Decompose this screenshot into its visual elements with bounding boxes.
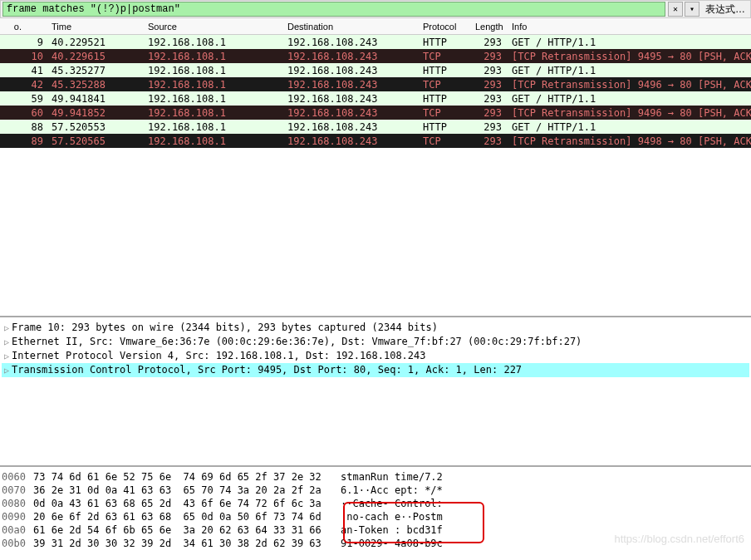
cell-info: [TCP Retransmission] 9495 → 80 [PSH, ACK: [508, 49, 751, 64]
detail-text: Ethernet II, Src: Vmware_6e:36:7e (00:0c…: [12, 335, 582, 349]
col-header-protocol[interactable]: Protocol: [420, 20, 472, 33]
cell-length: 293: [472, 106, 508, 120]
cell-info: GET / HTTP/1.1: [508, 35, 751, 50]
filter-input[interactable]: [2, 2, 665, 17]
cell-destination: 192.168.108.243: [284, 91, 420, 106]
expand-icon[interactable]: ▷: [2, 349, 12, 363]
cell-length: 293: [472, 120, 508, 135]
detail-text: Frame 10: 293 bytes on wire (2344 bits),…: [12, 321, 438, 335]
packet-row[interactable]: 8957.520565192.168.108.1192.168.108.243T…: [0, 134, 751, 148]
cell-length: 293: [472, 35, 508, 50]
cell-time: 57.520565: [48, 134, 145, 149]
cell-length: 293: [472, 77, 508, 92]
cell-source: 192.168.108.1: [145, 63, 284, 78]
packet-row[interactable]: 940.229521192.168.108.1192.168.108.243HT…: [0, 35, 751, 49]
clear-filter-button[interactable]: ✕: [668, 2, 683, 17]
byte-offset: 0070: [2, 484, 33, 497]
cell-no: 59: [25, 91, 48, 106]
cell-source: 192.168.108.1: [145, 49, 284, 64]
byte-offset: 0090: [2, 510, 33, 523]
byte-offset: 00a0: [2, 523, 33, 537]
cell-no: 88: [25, 120, 48, 135]
byte-row[interactable]: 007036 2e 31 0d 0a 41 63 63 65 70 74 3a …: [2, 484, 749, 497]
expand-icon[interactable]: ▷: [2, 321, 12, 335]
cell-destination: 192.168.108.243: [284, 120, 420, 135]
detail-line[interactable]: ▷Ethernet II, Src: Vmware_6e:36:7e (00:0…: [2, 335, 749, 349]
byte-offset: 00b0: [2, 537, 33, 550]
cell-source: 192.168.108.1: [145, 35, 284, 50]
byte-hex: 61 6e 2d 54 6f 6b 65 6e 3a 20 62 63 64 3…: [33, 523, 332, 537]
packet-row[interactable]: 4245.325288192.168.108.1192.168.108.243T…: [0, 77, 751, 91]
byte-row[interactable]: 009020 6e 6f 2d 63 61 63 68 65 0d 0a 50 …: [2, 510, 749, 523]
packet-details-pane: ▷Frame 10: 293 bytes on wire (2344 bits)…: [0, 317, 751, 467]
cell-no: 9: [25, 35, 48, 50]
expression-label[interactable]: 表达式…: [700, 2, 750, 17]
cell-length: 293: [472, 91, 508, 106]
cell-no: 10: [25, 49, 48, 64]
cell-protocol: TCP: [420, 49, 472, 64]
col-header-info[interactable]: Info: [508, 20, 751, 33]
byte-hex: 39 31 2d 30 30 32 39 2d 34 61 30 38 2d 6…: [33, 537, 332, 550]
packet-row[interactable]: 8857.520553192.168.108.1192.168.108.243H…: [0, 120, 751, 134]
detail-text: Transmission Control Protocol, Src Port:…: [12, 363, 522, 377]
byte-ascii: 91-0029- 4a08-b9c: [332, 537, 443, 550]
byte-ascii: 6.1··Acc ept: */*: [332, 484, 443, 497]
detail-line[interactable]: ▷Frame 10: 293 bytes on wire (2344 bits)…: [2, 321, 749, 335]
col-header-no[interactable]: o.: [0, 20, 25, 33]
col-header-time[interactable]: Time: [48, 20, 145, 33]
cell-source: 192.168.108.1: [145, 120, 284, 135]
byte-row[interactable]: 006073 74 6d 61 6e 52 75 6e 74 69 6d 65 …: [2, 470, 749, 484]
packet-bytes-pane: 006073 74 6d 61 6e 52 75 6e 74 69 6d 65 …: [0, 467, 751, 553]
packet-row[interactable]: 1040.229615192.168.108.1192.168.108.243T…: [0, 49, 751, 63]
byte-ascii: an-Token : bcd31f: [332, 523, 443, 537]
cell-protocol: HTTP: [420, 91, 472, 106]
byte-row[interactable]: 00a061 6e 2d 54 6f 6b 65 6e 3a 20 62 63 …: [2, 523, 749, 537]
cell-info: [TCP Retransmission] 9496 → 80 [PSH, ACK: [508, 77, 751, 92]
col-header-source[interactable]: Source: [145, 20, 284, 33]
cell-info: [TCP Retransmission] 9496 → 80 [PSH, ACK: [508, 106, 751, 120]
cell-length: 293: [472, 63, 508, 78]
detail-text: Internet Protocol Version 4, Src: 192.16…: [12, 349, 426, 363]
packet-row[interactable]: 5949.941841192.168.108.1192.168.108.243H…: [0, 91, 751, 106]
packet-row[interactable]: 6049.941852192.168.108.1192.168.108.243T…: [0, 106, 751, 120]
cell-no: 42: [25, 77, 48, 92]
cell-destination: 192.168.108.243: [284, 63, 420, 78]
filter-dropdown-button[interactable]: ▾: [685, 2, 699, 17]
byte-row[interactable]: 00800d 0a 43 61 63 68 65 2d 43 6f 6e 74 …: [2, 497, 749, 510]
byte-hex: 73 74 6d 61 6e 52 75 6e 74 69 6d 65 2f 3…: [33, 470, 332, 484]
cell-protocol: TCP: [420, 106, 472, 120]
cell-info: GET / HTTP/1.1: [508, 91, 751, 106]
detail-line[interactable]: ▷Transmission Control Protocol, Src Port…: [2, 363, 749, 377]
cell-length: 293: [472, 134, 508, 149]
cell-destination: 192.168.108.243: [284, 106, 420, 120]
expand-icon[interactable]: ▷: [2, 363, 12, 377]
cell-info: GET / HTTP/1.1: [508, 63, 751, 78]
cell-protocol: HTTP: [420, 63, 472, 78]
byte-row[interactable]: 00b039 31 2d 30 30 32 39 2d 34 61 30 38 …: [2, 537, 749, 550]
cell-info: GET / HTTP/1.1: [508, 120, 751, 135]
cell-protocol: HTTP: [420, 35, 472, 50]
cell-time: 49.941852: [48, 106, 145, 120]
display-filter-bar: ✕ ▾ 表达式…: [0, 0, 751, 18]
byte-hex: 36 2e 31 0d 0a 41 63 63 65 70 74 3a 20 2…: [33, 484, 332, 497]
col-header-length[interactable]: Length: [472, 20, 508, 33]
cell-destination: 192.168.108.243: [284, 49, 420, 64]
cell-destination: 192.168.108.243: [284, 77, 420, 92]
cell-time: 40.229521: [48, 35, 145, 50]
cell-time: 45.325277: [48, 63, 145, 78]
cell-time: 57.520553: [48, 120, 145, 135]
col-header-destination[interactable]: Destination: [284, 20, 420, 33]
byte-ascii: no-cach e··Postm: [332, 510, 443, 523]
cell-info: [TCP Retransmission] 9498 → 80 [PSH, ACK: [508, 134, 751, 149]
packet-row[interactable]: 4145.325277192.168.108.1192.168.108.243H…: [0, 63, 751, 77]
byte-ascii: stmanRun time/7.2: [332, 470, 443, 484]
cell-source: 192.168.108.1: [145, 91, 284, 106]
cell-no: 89: [25, 134, 48, 149]
cell-length: 293: [472, 49, 508, 64]
byte-hex: 0d 0a 43 61 63 68 65 2d 43 6f 6e 74 72 6…: [33, 497, 332, 510]
cell-no: 60: [25, 106, 48, 120]
expand-icon[interactable]: ▷: [2, 335, 12, 349]
detail-line[interactable]: ▷Internet Protocol Version 4, Src: 192.1…: [2, 349, 749, 363]
cell-protocol: TCP: [420, 77, 472, 92]
cell-time: 40.229615: [48, 49, 145, 64]
